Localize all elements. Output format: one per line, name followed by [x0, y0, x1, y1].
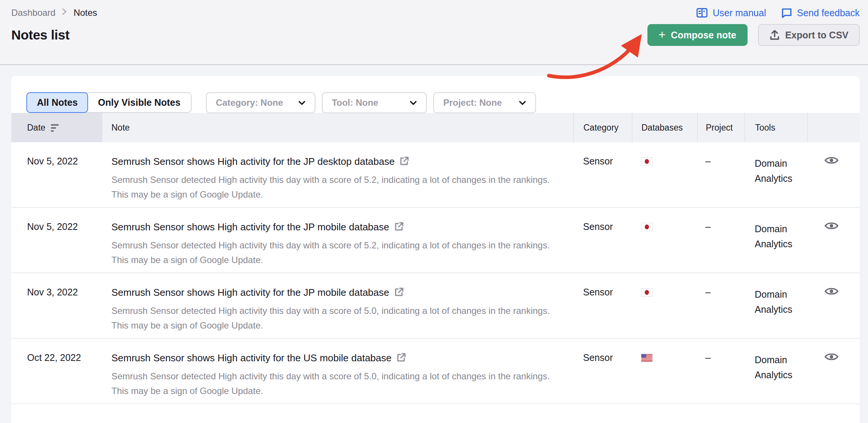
note-description: Semrush Sensor detected High activity th… — [111, 238, 552, 267]
flag-us-icon — [641, 354, 653, 362]
filter-bar: All Notes Only Visible Notes Category: N… — [11, 76, 860, 113]
compose-note-button[interactable]: + Compose note — [647, 24, 748, 46]
note-tool: Domain Analytics — [745, 142, 807, 207]
note-project: – — [697, 142, 745, 207]
breadcrumb: Dashboard Notes — [11, 7, 97, 18]
breadcrumb-dashboard[interactable]: Dashboard — [11, 8, 55, 18]
user-manual-label: User manual — [713, 8, 766, 18]
note-title: Semrush Sensor shows High activity for t… — [111, 352, 391, 364]
page-title: Notes list — [11, 27, 70, 43]
plus-icon: + — [659, 29, 666, 41]
visibility-eye-button[interactable] — [824, 351, 839, 363]
send-feedback-label: Send feedback — [797, 8, 860, 18]
external-link-icon[interactable] — [396, 352, 407, 363]
external-link-icon[interactable] — [394, 287, 404, 297]
note-description: Semrush Sensor detected High activity th… — [111, 303, 552, 333]
note-tool: Domain Analytics — [745, 208, 807, 272]
external-link-icon[interactable] — [394, 221, 404, 232]
table-header: Date Note Category Databases Project Too… — [11, 113, 860, 142]
flag-jp-icon — [641, 288, 653, 297]
column-header-actions — [807, 113, 860, 142]
top-bar: Dashboard Notes — [0, 0, 868, 65]
note-description: Semrush Sensor detected High activity th… — [111, 369, 552, 398]
chevron-down-icon — [297, 98, 306, 107]
tool-filter-dropdown[interactable]: Tool: None — [322, 92, 427, 113]
table-body: Nov 5, 2022 Semrush Sensor shows High ac… — [11, 142, 860, 404]
chevron-right-icon — [61, 7, 67, 18]
note-description: Semrush Sensor detected High activity th… — [111, 172, 552, 202]
note-title: Semrush Sensor shows High activity for t… — [111, 287, 389, 298]
main-area: All Notes Only Visible Notes Category: N… — [0, 65, 868, 423]
sort-descending-icon — [51, 124, 59, 132]
open-book-icon — [696, 7, 708, 18]
column-header-category: Category — [573, 113, 632, 142]
note-project: – — [697, 339, 745, 403]
upload-icon — [769, 29, 780, 41]
visibility-eye-button[interactable] — [824, 155, 839, 167]
column-header-date[interactable]: Date — [11, 113, 102, 142]
export-csv-label: Export to CSV — [785, 30, 848, 41]
note-date: Oct 22, 2022 — [11, 339, 102, 403]
breadcrumb-notes: Notes — [73, 8, 97, 18]
notes-visibility-toggle: All Notes Only Visible Notes — [26, 92, 192, 113]
tab-all-notes[interactable]: All Notes — [26, 92, 88, 113]
send-feedback-link[interactable]: Send feedback — [781, 7, 860, 18]
notes-list-page: Dashboard Notes — [0, 0, 868, 423]
notes-card: All Notes Only Visible Notes Category: N… — [11, 76, 860, 423]
column-header-note: Note — [102, 113, 573, 142]
note-tool: Domain Analytics — [745, 273, 807, 338]
chevron-down-icon — [518, 98, 527, 107]
note-title: Semrush Sensor shows High activity for t… — [111, 156, 394, 167]
user-manual-link[interactable]: User manual — [696, 7, 766, 18]
note-date: Nov 5, 2022 — [11, 208, 102, 272]
category-filter-dropdown[interactable]: Category: None — [206, 92, 315, 113]
column-header-project: Project — [697, 113, 745, 142]
flag-jp-icon — [641, 157, 653, 166]
note-category: Sensor — [573, 208, 632, 272]
chevron-down-icon — [409, 98, 418, 107]
note-category: Sensor — [573, 339, 632, 403]
note-date: Nov 3, 2022 — [11, 273, 102, 338]
visibility-eye-button[interactable] — [824, 221, 839, 232]
note-date: Nov 5, 2022 — [11, 142, 102, 207]
table-row: Nov 5, 2022 Semrush Sensor shows High ac… — [11, 208, 860, 273]
note-category: Sensor — [573, 142, 632, 207]
column-header-tools: Tools — [745, 113, 807, 142]
flag-jp-icon — [641, 223, 653, 231]
column-header-databases: Databases — [632, 113, 697, 142]
note-title: Semrush Sensor shows High activity for t… — [111, 221, 389, 233]
export-csv-button[interactable]: Export to CSV — [758, 24, 860, 46]
note-project: – — [697, 273, 745, 338]
note-tool: Domain Analytics — [745, 339, 807, 403]
note-category: Sensor — [573, 273, 632, 338]
speech-bubble-icon — [781, 7, 792, 18]
table-row: Nov 3, 2022 Semrush Sensor shows High ac… — [11, 273, 860, 339]
project-filter-dropdown[interactable]: Project: None — [433, 92, 536, 113]
external-link-icon[interactable] — [399, 156, 410, 166]
table-row: Oct 22, 2022 Semrush Sensor shows High a… — [11, 339, 860, 404]
tab-only-visible-notes[interactable]: Only Visible Notes — [87, 93, 191, 112]
table-row: Nov 5, 2022 Semrush Sensor shows High ac… — [11, 142, 860, 208]
compose-note-label: Compose note — [671, 30, 736, 41]
note-project: – — [697, 208, 745, 272]
visibility-eye-button[interactable] — [824, 286, 839, 298]
